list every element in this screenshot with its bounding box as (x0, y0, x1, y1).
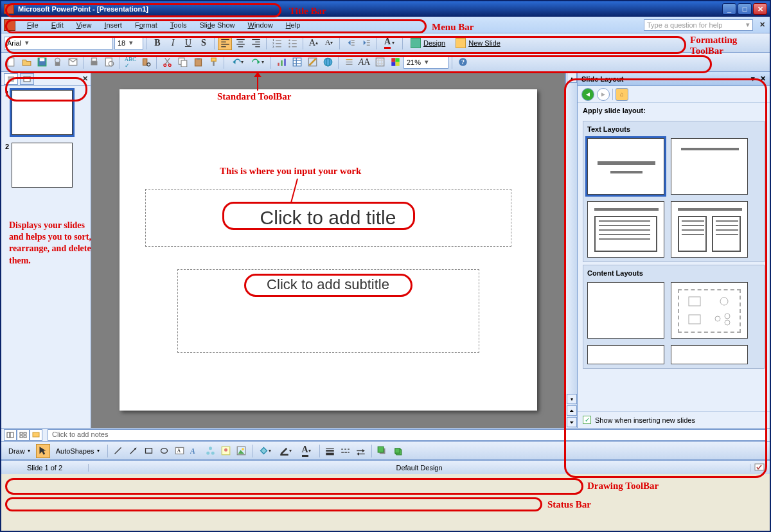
insert-chart-button[interactable] (274, 55, 288, 69)
menu-tools[interactable]: Tools (164, 20, 193, 30)
decrease-font-button[interactable]: A▾ (322, 36, 336, 50)
print-preview-button[interactable] (102, 55, 116, 69)
insert-hyperlink-button[interactable] (321, 55, 335, 69)
zoom-combo[interactable]: 21% ▾ (403, 56, 448, 69)
picture-tool[interactable] (235, 444, 249, 458)
select-objects-button[interactable] (36, 444, 50, 458)
design-button[interactable]: Design (406, 36, 450, 50)
document-close-button[interactable]: ✕ (757, 21, 767, 29)
copy-button[interactable] (175, 55, 190, 69)
underline-button[interactable]: U (181, 36, 195, 50)
dash-style-button[interactable] (339, 444, 353, 458)
layout-title-slide[interactable] (587, 138, 664, 195)
arrow-style-button[interactable] (354, 444, 368, 458)
maximize-button[interactable]: □ (738, 3, 752, 15)
line-style-button[interactable] (323, 444, 337, 458)
back-button[interactable]: ◄ (581, 88, 594, 101)
font-size-combo[interactable]: 18 ▾ (114, 37, 143, 49)
shadow-style-button[interactable] (375, 444, 389, 458)
scroll-down-button[interactable]: ▾ (567, 394, 577, 404)
tables-borders-button[interactable] (305, 55, 319, 69)
vertical-scrollbar[interactable]: ▴ ▾ ⏶ ⏷ (565, 72, 577, 428)
bold-button[interactable]: B (150, 36, 164, 50)
layout-partial[interactable] (587, 345, 664, 364)
sorter-view-button[interactable] (17, 429, 30, 441)
print-button[interactable] (87, 55, 101, 69)
menu-format[interactable]: Format (128, 20, 164, 30)
show-when-inserting-checkbox[interactable]: ✓ Show when inserting new slides (578, 411, 770, 428)
line-tool[interactable] (111, 444, 125, 458)
oval-tool[interactable] (157, 444, 172, 458)
scroll-up-button[interactable]: ▴ (567, 73, 577, 83)
minimize-button[interactable]: _ (722, 3, 736, 15)
menu-window[interactable]: Window (242, 20, 279, 30)
layout-title-text[interactable] (587, 201, 664, 258)
slides-tab[interactable] (20, 73, 34, 85)
font-color-button[interactable]: A▾ (380, 36, 399, 50)
app-menu-icon[interactable] (4, 19, 15, 31)
menu-help[interactable]: Help (279, 20, 307, 30)
slide[interactable]: Click to add title Click to add subtitle (120, 89, 537, 411)
redo-button[interactable]: ▾ (248, 55, 267, 69)
bullet-list-button[interactable] (285, 36, 299, 50)
help-search-box[interactable]: Type a question for help ▾ (644, 19, 753, 31)
normal-view-button[interactable] (4, 429, 17, 441)
color-button[interactable] (388, 55, 402, 69)
slideshow-view-button[interactable] (30, 429, 42, 441)
menu-view[interactable]: View (70, 20, 98, 30)
research-button[interactable] (139, 55, 153, 69)
open-button[interactable] (19, 55, 33, 69)
align-left-button[interactable] (218, 36, 232, 50)
italic-button[interactable]: I (166, 36, 180, 50)
diagram-tool[interactable] (204, 444, 218, 458)
menu-slideshow[interactable]: Slide Show (193, 20, 241, 30)
slide-thumbnail[interactable]: 2 (1, 139, 91, 191)
increase-font-button[interactable]: A▴ (306, 36, 321, 50)
wordart-tool[interactable]: A (188, 444, 202, 458)
taskpane-close-button[interactable]: ✕ (760, 75, 766, 83)
undo-button[interactable]: ▾ (227, 55, 247, 69)
taskpane-menu-button[interactable]: ▾ (751, 75, 755, 83)
cut-button[interactable] (160, 55, 174, 69)
permission-button[interactable] (50, 55, 64, 69)
new-button[interactable] (4, 55, 18, 69)
arrow-tool[interactable] (127, 444, 141, 458)
shadow-button[interactable]: S (197, 36, 211, 50)
pane-close-button[interactable]: ✕ (82, 75, 88, 83)
email-button[interactable] (66, 55, 80, 69)
forward-button[interactable]: ► (597, 88, 610, 101)
draw-menu[interactable]: Draw▾ (4, 444, 35, 458)
slide-thumbnail[interactable]: 1 (1, 86, 91, 139)
paste-button[interactable] (191, 55, 205, 69)
spelling-button[interactable]: ABC✓ (123, 55, 137, 69)
notes-input[interactable]: Click to add notes (48, 429, 767, 441)
next-slide-button[interactable]: ⏷ (567, 417, 577, 427)
rectangle-tool[interactable] (142, 444, 156, 458)
layout-partial[interactable] (671, 345, 748, 364)
layout-blank[interactable] (587, 282, 664, 339)
increase-indent-button[interactable] (359, 36, 373, 50)
textbox-tool[interactable]: A (173, 444, 187, 458)
decrease-indent-button[interactable] (343, 36, 357, 50)
numbered-list-button[interactable]: 123 (270, 36, 284, 50)
align-center-button[interactable] (233, 36, 247, 50)
layout-title-only[interactable] (671, 138, 748, 195)
menu-edit[interactable]: Edit (45, 20, 70, 30)
show-formatting-button[interactable]: AA (357, 55, 371, 69)
layout-content[interactable] (671, 282, 748, 339)
fill-color-button[interactable]: ▾ (256, 444, 275, 458)
menu-insert[interactable]: Insert (98, 20, 128, 30)
autoshapes-menu[interactable]: AutoShapes▾ (51, 444, 104, 458)
expand-all-button[interactable] (342, 55, 356, 69)
help-button[interactable]: ? (456, 55, 470, 69)
close-button[interactable]: ✕ (753, 3, 767, 15)
subtitle-placeholder[interactable]: Click to add subtitle (177, 269, 479, 353)
font-combo[interactable]: Arial ▾ (4, 37, 113, 49)
outline-tab[interactable] (4, 73, 18, 85)
save-button[interactable] (35, 55, 49, 69)
clipart-tool[interactable] (219, 444, 233, 458)
show-grid-button[interactable] (373, 55, 387, 69)
font-color-drawing-button[interactable]: A▾ (297, 444, 316, 458)
home-button[interactable]: ⌂ (616, 88, 628, 101)
prev-slide-button[interactable]: ⏶ (567, 405, 577, 416)
